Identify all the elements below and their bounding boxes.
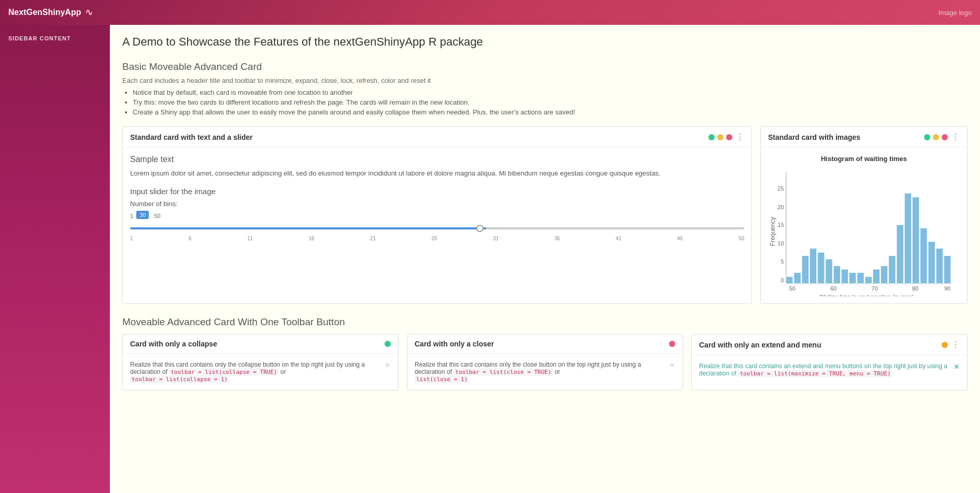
navbar-logo: Image logo (939, 9, 972, 17)
card3-text: Realize that this card contains only the… (130, 361, 385, 383)
svg-text:15: 15 (777, 222, 784, 228)
tick-21: 21 (370, 236, 376, 241)
svg-rect-16 (849, 273, 856, 284)
card4-code1: toolbar = list(close = TRUE) (453, 368, 552, 376)
svg-rect-20 (881, 266, 888, 284)
tick-36: 36 (554, 236, 560, 241)
svg-rect-22 (897, 225, 903, 283)
card-collapse-only: Card with only a collapse Realize that t… (122, 334, 399, 390)
card4-text: Realize that this card contains only the… (415, 361, 669, 383)
card3-title: Card with only a collapse (130, 340, 217, 348)
slider-min-label: 1 (130, 213, 133, 219)
tick-11: 11 (247, 236, 253, 241)
cards-row-1: Standard card with text and a slider ⋮ S… (122, 126, 968, 304)
card4-header: Card with only a closer (407, 335, 683, 354)
card2-minimize-dot[interactable] (933, 134, 939, 140)
card-text-slider: Standard card with text and a slider ⋮ S… (122, 126, 752, 304)
card2-body: Histogram of waiting times Frequency 0 5… (761, 148, 967, 303)
card2-close-dot[interactable] (942, 134, 948, 140)
collapse-dot[interactable] (708, 134, 715, 140)
card4-or: or (555, 368, 560, 375)
bottom-cards-row: Card with only a collapse Realize that t… (122, 334, 968, 390)
card2-menu[interactable]: ⋮ (951, 132, 960, 142)
histogram-svg: Frequency 0 5 10 15 20 25 (768, 167, 960, 296)
tick-50: 50 (738, 236, 744, 241)
card5-body: Realize that this card contains an exten… (692, 355, 967, 384)
bullet-3: Create a Shiny app that allows the user … (133, 108, 968, 116)
slider-thumb[interactable] (476, 225, 484, 232)
card-close-only: Card with only a closer Realize that thi… (407, 334, 683, 390)
slider-heading: Input slider for the image (130, 187, 744, 196)
minimize-dot[interactable] (717, 134, 723, 140)
svg-rect-27 (936, 249, 943, 283)
card3-collapse-dot[interactable] (385, 341, 391, 347)
card4-close-dot[interactable] (669, 341, 675, 347)
slider-max-label: 50 (154, 213, 160, 219)
svg-rect-18 (865, 277, 872, 283)
section2: Moveable Advanced Card With One Toolbar … (122, 316, 968, 390)
card3-toolbar (385, 341, 391, 347)
slider-ticks: 1 6 11 16 21 26 31 36 41 46 50 (130, 236, 744, 241)
svg-text:0: 0 (780, 277, 784, 283)
svg-text:70: 70 (872, 285, 878, 292)
svg-rect-17 (857, 273, 864, 284)
svg-rect-9 (794, 273, 801, 284)
card4-body-inner: Realize that this card contains only the… (415, 361, 675, 383)
main-layout: SIDEBAR CONTENT A Demo to Showcase the F… (0, 25, 980, 493)
card3-code1: toolbar = list(collapse = TRUE) (169, 368, 278, 376)
card1-body: Sample text Lorem ipsum dolor sit amet, … (123, 148, 751, 258)
svg-text:20: 20 (777, 204, 784, 210)
card5-close[interactable]: ✕ (954, 363, 960, 371)
svg-rect-23 (904, 193, 911, 283)
card5-toolbar: ⋮ (942, 340, 960, 350)
card1-menu[interactable]: ⋮ (736, 132, 744, 142)
card4-code2: list(close = 1) (415, 375, 469, 383)
sample-heading: Sample text (130, 155, 744, 164)
slider-value: 30 (136, 211, 149, 219)
card5-header: Card with only an extend and menu ⋮ (692, 335, 967, 355)
sidebar: SIDEBAR CONTENT (0, 25, 110, 493)
svg-rect-13 (826, 259, 832, 283)
tick-1: 1 (130, 236, 133, 241)
svg-rect-24 (913, 197, 919, 283)
brand-label: NextGenShinyApp (8, 8, 81, 17)
card5-extend-dot[interactable] (942, 342, 948, 348)
card1-toolbar: ⋮ (708, 132, 744, 142)
svg-rect-25 (920, 228, 927, 284)
svg-rect-21 (889, 256, 896, 283)
card4-title: Card with only a closer (415, 340, 494, 348)
svg-rect-12 (818, 252, 825, 283)
section1-subtitle: Each card includes a header title and to… (122, 77, 968, 84)
slider-fill (130, 227, 486, 229)
svg-rect-15 (841, 269, 848, 283)
tick-26: 26 (431, 236, 437, 241)
card3-close[interactable]: ✕ (385, 361, 391, 369)
svg-rect-10 (802, 256, 808, 283)
bullet-2: Try this: move the two cards to differen… (133, 98, 968, 106)
card5-menu[interactable]: ⋮ (951, 340, 960, 350)
svg-rect-26 (928, 242, 935, 284)
page-title: A Demo to Showcase the Features of the n… (122, 35, 968, 49)
section1-bullets: Notice that by default, each card is mov… (122, 89, 968, 116)
section1-title: Basic Moveable Advanced Card (122, 61, 968, 72)
card4-close[interactable]: ✕ (669, 361, 675, 369)
bullet-1: Notice that by default, each card is mov… (133, 89, 968, 96)
slider-label: Number of bins: (130, 200, 744, 208)
close-dot[interactable] (726, 134, 732, 140)
card3-or: or (280, 368, 286, 375)
card2-collapse-dot[interactable] (924, 134, 930, 140)
card3-body-inner: Realize that this card contains only the… (130, 361, 391, 383)
card5-text: Realize that this card contains an exten… (699, 363, 954, 377)
card-extend-menu: Card with only an extend and menu ⋮ Real… (691, 334, 968, 390)
card1-header: Standard card with text and a slider ⋮ (123, 127, 751, 148)
svg-text:Waiting time to next eruption : Waiting time to next eruption (in mins) (819, 294, 914, 297)
card3-code2: toolbar = list(collapse = 1) (130, 375, 229, 383)
content-area: A Demo to Showcase the Features of the n… (110, 25, 980, 493)
tick-16: 16 (308, 236, 314, 241)
card2-title: Standard card with images (768, 133, 860, 141)
section1: Basic Moveable Advanced Card Each card i… (122, 61, 968, 116)
svg-rect-19 (873, 269, 879, 283)
slider-track-wrapper[interactable] (130, 223, 744, 234)
card-histogram: Standard card with images ⋮ Histogram of… (760, 126, 968, 304)
card5-title: Card with only an extend and menu (699, 341, 821, 349)
